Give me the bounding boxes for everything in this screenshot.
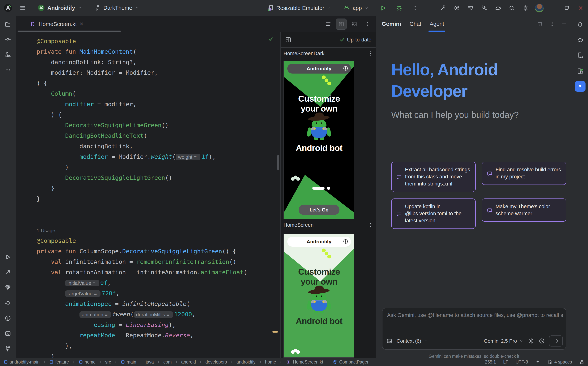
breadcrumb-item[interactable]: main: [121, 359, 136, 365]
project-name: Androidify: [47, 5, 75, 11]
code-line: ): [37, 351, 247, 358]
run-configuration-selector[interactable]: app: [340, 2, 372, 14]
sync-apply-button[interactable]: [451, 2, 462, 14]
breadcrumb-item[interactable]: HomeScreen.kt: [286, 359, 323, 365]
app-quality-insights-icon: [5, 284, 11, 290]
breadcrumb-item[interactable]: android: [181, 359, 196, 365]
tool-window-running-devices-button[interactable]: [574, 65, 586, 77]
breadcrumb-item[interactable]: src: [105, 359, 111, 365]
suggestion-card[interactable]: Make my Theme's color scheme warmer: [482, 198, 566, 222]
project-selector[interactable]: Androidify: [34, 2, 86, 14]
preview-options-kebab-icon[interactable]: [367, 50, 373, 57]
app-screen: AndroidifyCustomizeyour own Android botL…: [284, 61, 354, 219]
suggestion-card[interactable]: Extract all hardcoded strings from this …: [391, 162, 476, 192]
tool-window-resource-manager-button[interactable]: [2, 49, 14, 60]
status-widget-255-1[interactable]: 255:1: [485, 359, 496, 365]
code-line: modifier = modifier,: [37, 99, 247, 109]
suggestion-cards: Extract all hardcoded strings from this …: [391, 162, 566, 229]
editor-options-kebab-icon[interactable]: [362, 19, 373, 30]
debug-button[interactable]: [394, 2, 405, 14]
tool-window-problems-button[interactable]: [2, 313, 14, 324]
preview-label-row: HomeScreen: [283, 222, 373, 228]
tool-window-commit-button[interactable]: [2, 34, 14, 45]
preview-options-kebab-icon[interactable]: [367, 222, 373, 228]
code-editor[interactable]: @Composableprivate fun MainHomeContent( …: [16, 32, 280, 358]
device-selector[interactable]: Resizable Emulator: [264, 2, 335, 14]
send-prompt-button[interactable]: [549, 336, 563, 347]
tool-window-gradle-button[interactable]: [574, 34, 586, 46]
status-widget[interactable]: [535, 359, 540, 365]
app-screen: AndroidifyCustomizeyour own Android bot: [284, 234, 354, 358]
tool-window-notifications-bell-button[interactable]: [574, 19, 586, 30]
gemini-greeting: Hello, Android Developer: [391, 59, 497, 102]
window-maximize-button[interactable]: [561, 2, 572, 14]
sync-apply-icon: [453, 5, 460, 11]
left-tool-rail: [0, 16, 16, 358]
profiler-button[interactable]: [465, 2, 476, 14]
more-actions-button[interactable]: [410, 2, 421, 14]
tool-window-terminal-button[interactable]: [2, 328, 14, 339]
vcs-branch-selector[interactable]: DarkTheme: [92, 2, 143, 14]
tool-window-project-folder-button[interactable]: [2, 19, 14, 30]
preview-sync-status: Up-to-date: [339, 37, 371, 43]
tool-window-gemini-spark-button[interactable]: [575, 81, 586, 92]
inspections-ok-icon[interactable]: [268, 36, 274, 42]
tab-close-icon[interactable]: ✕: [79, 21, 84, 27]
attach-debugger-button[interactable]: [479, 2, 490, 14]
code-view-button[interactable]: [323, 19, 334, 30]
window-minimize-button[interactable]: [548, 2, 558, 14]
split-view-button[interactable]: [336, 19, 347, 30]
window-close-button[interactable]: [575, 2, 586, 14]
breadcrumb-item[interactable]: developers: [205, 359, 227, 365]
tab-agent[interactable]: Agent: [430, 16, 444, 32]
breadcrumb-item[interactable]: androidify: [237, 359, 256, 365]
gradle-sync-button[interactable]: [492, 2, 504, 14]
clear-chat-trash-icon[interactable]: [537, 21, 543, 27]
code-line: modifier: Modifier = Modifier,: [37, 68, 247, 78]
tab-homescreen-kt[interactable]: HomeScreen.kt ✕: [27, 18, 87, 30]
tool-window-device-manager-button[interactable]: [574, 50, 586, 61]
context-dropdown[interactable]: Context (6): [397, 338, 428, 344]
breadcrumb-item[interactable]: feature: [49, 359, 69, 365]
user-avatar[interactable]: [534, 2, 545, 14]
tool-window-more-button[interactable]: [2, 64, 14, 76]
kebab-menu-icon[interactable]: [549, 21, 555, 27]
editor-vertical-scrollbar[interactable]: [277, 155, 279, 170]
status-widget-4-spaces[interactable]: 4 spaces: [548, 359, 572, 365]
status-widget-lf[interactable]: LF: [503, 359, 508, 365]
tool-window-build-hammer-button[interactable]: [2, 267, 14, 278]
breadcrumb-item[interactable]: java: [146, 359, 154, 365]
status-widget[interactable]: [579, 359, 585, 365]
breadcrumb-item[interactable]: androidify-main: [3, 359, 39, 365]
tool-window-logcat-button[interactable]: [2, 297, 14, 309]
attach-image-icon[interactable]: [386, 338, 392, 344]
breadcrumb-label: HomeScreen.kt: [293, 359, 323, 365]
settings-button[interactable]: [520, 2, 531, 14]
info-icon[interactable]: [343, 239, 348, 244]
suggestion-card[interactable]: Update kotlin in @libs.version.toml to t…: [391, 198, 476, 229]
hide-panel-icon[interactable]: [561, 21, 567, 27]
breadcrumb-item[interactable]: CompactPager: [333, 359, 368, 365]
info-icon[interactable]: [343, 66, 348, 71]
tool-window-version-control-button[interactable]: [2, 343, 14, 355]
search-button[interactable]: [506, 2, 517, 14]
preview-layout-grid-icon[interactable]: [285, 37, 291, 43]
horizontal-scrollbar[interactable]: [18, 30, 121, 32]
status-widget-utf-8[interactable]: UTF-8: [516, 359, 528, 365]
design-view-button[interactable]: [349, 19, 359, 30]
build-hammer-button[interactable]: [437, 2, 449, 14]
gemini-prompt-input[interactable]: Ask Gemini, use @filename to attach sour…: [382, 308, 566, 350]
history-clock-icon[interactable]: [539, 338, 545, 344]
suggestion-card[interactable]: Find and resolve build errors in my proj…: [482, 162, 566, 185]
run-button[interactable]: [377, 2, 389, 14]
breadcrumb-item[interactable]: com: [163, 359, 172, 365]
main-menu-button[interactable]: [16, 2, 30, 14]
breadcrumb-item[interactable]: home: [265, 359, 276, 365]
tool-window-run-play-button[interactable]: [2, 252, 14, 263]
model-selector[interactable]: Gemini 2.5 Pro: [484, 338, 524, 344]
tool-window-app-quality-insights-button[interactable]: [2, 282, 14, 293]
gemini-settings-gear-icon[interactable]: [528, 338, 535, 344]
tab-chat[interactable]: Chat: [410, 16, 421, 32]
breadcrumb-item[interactable]: home: [78, 359, 96, 365]
lets-go-button[interactable]: Let's Go: [298, 205, 340, 215]
